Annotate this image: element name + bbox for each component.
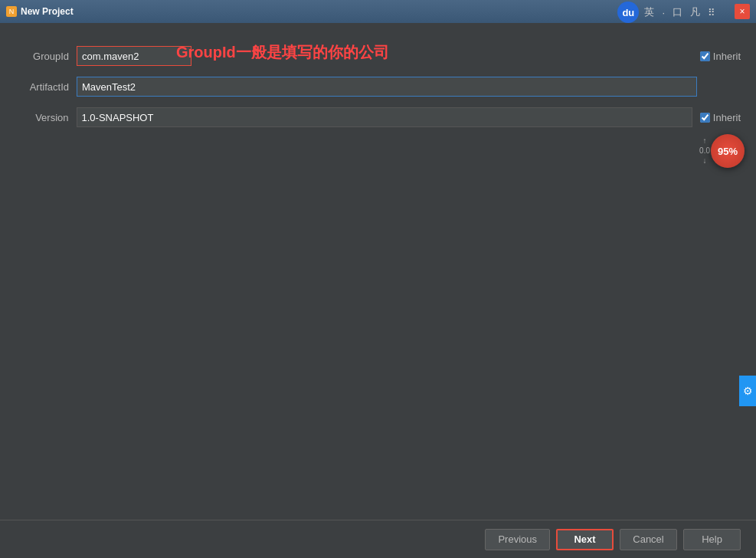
side-settings-icon[interactable]: ⚙ — [739, 376, 756, 406]
baidu-lang-icon[interactable]: 英 — [642, 4, 656, 21]
group-id-inherit-label: Inherit — [713, 51, 741, 62]
version-inherit-label: Inherit — [713, 112, 741, 123]
progress-arrows: ↑ 0.0 ↓ — [699, 136, 710, 165]
group-id-row: GroupId Inherit — [15, 46, 741, 66]
version-inherit-checkbox[interactable] — [700, 113, 710, 123]
artifact-id-input[interactable] — [77, 77, 697, 97]
next-button[interactable]: Next — [556, 529, 614, 550]
new-project-icon: N — [6, 6, 17, 17]
version-row: Version Inherit — [15, 107, 741, 127]
title-bar: N New Project du 英 · 口 凡 ⠿ × — [0, 0, 756, 23]
version-input[interactable] — [77, 107, 692, 127]
main-content: GroupId一般是填写的你的公司 GroupId Inherit Artifa… — [0, 23, 756, 558]
group-id-input[interactable] — [77, 46, 191, 66]
help-button[interactable]: Help — [683, 529, 741, 550]
group-id-inherit: Inherit — [700, 51, 741, 62]
cancel-button[interactable]: Cancel — [620, 529, 677, 550]
baidu-box-icon[interactable]: 口 — [670, 4, 685, 21]
baidu-toolbar: du 英 · 口 凡 ⠿ — [617, 2, 718, 23]
artifact-id-label: ArtifactId — [15, 81, 77, 93]
progress-badge: 95% — [711, 134, 745, 168]
group-id-label: GroupId — [15, 51, 77, 62]
arrow-down-icon: ↓ — [703, 156, 707, 165]
baidu-logo-icon[interactable]: du — [617, 2, 639, 23]
previous-button[interactable]: Previous — [485, 529, 550, 550]
group-id-inherit-checkbox[interactable] — [700, 51, 710, 61]
version-inherit: Inherit — [700, 112, 741, 123]
artifact-id-row: ArtifactId — [15, 77, 741, 97]
close-button[interactable]: × — [735, 4, 750, 19]
progress-num: 0.0 — [699, 146, 710, 155]
baidu-dot-icon: · — [659, 5, 667, 20]
baidu-user-icon[interactable]: 凡 — [688, 4, 702, 21]
bottom-bar: Previous Next Cancel Help — [0, 520, 756, 558]
arrow-up-icon: ↑ — [703, 136, 707, 145]
version-label: Version — [15, 112, 77, 123]
baidu-grid-icon[interactable]: ⠿ — [705, 5, 718, 20]
